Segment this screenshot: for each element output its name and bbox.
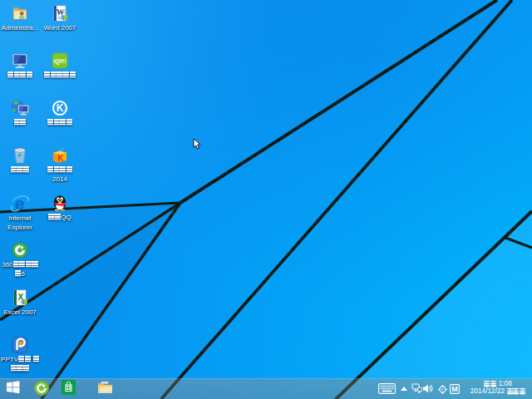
svg-text:iQIY!: iQIY! <box>53 58 66 65</box>
svg-text:K: K <box>57 154 64 163</box>
svg-text:K: K <box>57 102 64 114</box>
svg-text:M: M <box>451 385 458 393</box>
